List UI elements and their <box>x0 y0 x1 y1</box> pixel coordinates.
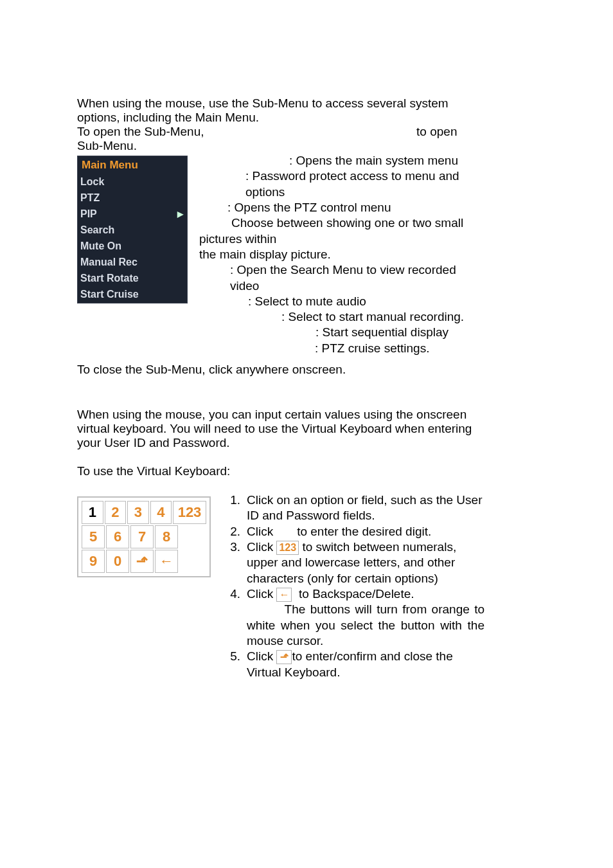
key-4[interactable]: 4 <box>150 501 172 524</box>
close-submenu-text: To close the Sub-Menu, click anywhere on… <box>77 363 484 377</box>
mode-123-icon: 123 <box>276 541 299 555</box>
virtual-keyboard-section: When using the mouse, you can input cert… <box>77 408 484 680</box>
desc-start-cruise: : PTZ cruise settings. <box>199 341 484 356</box>
step-4b: to Backspace/Delete. <box>299 587 414 601</box>
key-1[interactable]: 1 <box>82 501 103 524</box>
desc-lock: : Password protect access to menu and op… <box>199 168 484 200</box>
submenu-header[interactable]: Main Menu <box>78 156 187 174</box>
key-mode-123[interactable]: 123 <box>173 501 206 524</box>
submenu-item-mute[interactable]: Mute On <box>78 239 187 255</box>
desc-start-rotate: : Start sequential display <box>199 325 484 340</box>
submenu-item-label: Start Rotate <box>80 273 139 284</box>
submenu-item-label: PTZ <box>80 192 100 204</box>
submenu-item-pip[interactable]: PIP ▶ <box>78 206 187 222</box>
key-8[interactable]: 8 <box>155 525 178 548</box>
submenu-item-ptz[interactable]: PTZ <box>78 190 187 206</box>
desc-pip: Choose between showing one or two small … <box>199 215 484 262</box>
key-0[interactable]: 0 <box>106 550 129 573</box>
step-1: 1. Click on an option or field, such as … <box>224 493 484 524</box>
enter-icon: ⬏ <box>276 650 292 664</box>
submenu-item-start-cruise[interactable]: Start Cruise <box>78 287 187 303</box>
step-3: 3. Click 123 to switch between numerals,… <box>224 539 484 586</box>
submenu-item-label: Lock <box>80 176 104 188</box>
sub-menu-panel: Main Menu Lock PTZ PIP ▶ Search Mute On … <box>77 156 188 303</box>
key-enter[interactable]: ⬏ <box>130 550 154 573</box>
vk-p2: To use the Virtual Keyboard: <box>77 464 484 478</box>
desc-pip-b: the main display picture. <box>199 248 331 261</box>
submenu-descriptions: : Opens the main system menu : Password … <box>199 153 484 356</box>
submenu-item-label: PIP <box>80 208 97 220</box>
desc-main-menu: : Opens the main system menu <box>199 153 484 168</box>
step-3a: Click <box>247 540 273 554</box>
submenu-row: Main Menu Lock PTZ PIP ▶ Search Mute On … <box>77 153 484 356</box>
intro-p2a: To open the Sub-Menu, <box>77 125 204 138</box>
step-5: 5. Click ⬏to enter/confirm and close the… <box>224 649 484 680</box>
submenu-item-manual-rec[interactable]: Manual Rec <box>78 255 187 271</box>
vk-p1: When using the mouse, you can input cert… <box>77 408 484 450</box>
submenu-item-search[interactable]: Search <box>78 222 187 239</box>
step-2a: Click <box>247 525 273 538</box>
keyboard-and-steps: 1 2 3 4 123 5 6 7 8 9 0 ⬏ ← <box>77 493 484 680</box>
step-4: 4. Click ← to Backspace/Delete. The butt… <box>224 586 484 649</box>
step-1-text: Click on an option or field, such as the… <box>247 493 484 524</box>
submenu-item-label: Start Cruise <box>80 289 139 300</box>
desc-pip-a: Choose between showing one or two small … <box>199 216 463 245</box>
key-7[interactable]: 7 <box>130 525 154 548</box>
key-6[interactable]: 6 <box>106 525 129 548</box>
key-backspace[interactable]: ← <box>155 550 178 573</box>
desc-search: : Open the Search Menu to view recorded … <box>199 262 484 294</box>
key-3[interactable]: 3 <box>127 501 149 524</box>
steps-list: 1. Click on an option or field, such as … <box>224 493 484 680</box>
note-text: The buttons will turn from orange to whi… <box>247 602 484 647</box>
key-2[interactable]: 2 <box>105 501 127 524</box>
step-5a: Click <box>247 649 273 663</box>
intro-p2: To open the Sub-Menu, to open Sub-Menu. <box>77 125 484 153</box>
page: When using the mouse, use the Sub-Menu t… <box>0 0 510 706</box>
desc-manual-rec: : Select to start manual recording. <box>199 309 484 325</box>
submenu-item-start-rotate[interactable]: Start Rotate <box>78 271 187 287</box>
chevron-right-icon: ▶ <box>177 210 183 219</box>
step-2: 2. Click to enter the desired digit. <box>224 524 484 539</box>
backspace-icon: ← <box>276 588 292 602</box>
key-5[interactable]: 5 <box>82 525 105 548</box>
submenu-item-label: Mute On <box>80 240 121 252</box>
desc-mute: : Select to mute audio <box>199 294 484 309</box>
virtual-keyboard: 1 2 3 4 123 5 6 7 8 9 0 ⬏ ← <box>77 496 211 577</box>
submenu-item-label: Search <box>80 224 114 236</box>
step-4a: Click <box>247 587 273 601</box>
intro-p1: When using the mouse, use the Sub-Menu t… <box>77 96 484 125</box>
step-2b: to enter the desired digit. <box>297 525 431 538</box>
desc-ptz: : Opens the PTZ control menu <box>199 200 484 215</box>
submenu-item-label: Manual Rec <box>80 257 138 268</box>
key-9[interactable]: 9 <box>82 550 105 573</box>
submenu-item-lock[interactable]: Lock <box>78 174 187 190</box>
